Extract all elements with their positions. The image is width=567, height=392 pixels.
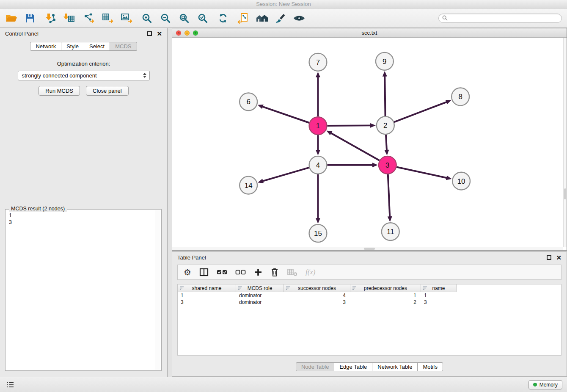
node-3[interactable]: 3 bbox=[379, 156, 396, 174]
delete-table-button[interactable] bbox=[287, 268, 297, 276]
add-column-button[interactable] bbox=[254, 268, 262, 276]
tab-network[interactable]: Network bbox=[30, 42, 61, 51]
tab-select[interactable]: Select bbox=[84, 42, 110, 51]
node-label: 3 bbox=[385, 161, 389, 169]
tab-motifs[interactable]: Motifs bbox=[418, 362, 443, 371]
save-session-button[interactable] bbox=[24, 12, 36, 24]
window-minimize-icon[interactable] bbox=[184, 30, 190, 36]
edge-3-1[interactable] bbox=[326, 130, 379, 160]
save-floppy-icon bbox=[25, 13, 36, 24]
float-table-panel-icon[interactable] bbox=[547, 255, 551, 260]
tab-network-table[interactable]: Network Table bbox=[372, 362, 418, 371]
column-header-mcds-role[interactable]: MCDS role bbox=[236, 284, 284, 292]
open-file-button[interactable] bbox=[5, 12, 18, 24]
select-all-button[interactable] bbox=[217, 269, 227, 275]
toggle-panel-button[interactable] bbox=[199, 268, 209, 276]
node-8[interactable]: 8 bbox=[451, 88, 469, 106]
close-panel-button[interactable]: Close panel bbox=[86, 86, 129, 96]
node-15[interactable]: 15 bbox=[309, 224, 327, 242]
network-window-titlebar[interactable]: scc.txt bbox=[172, 28, 567, 38]
task-history-button[interactable] bbox=[5, 380, 16, 390]
network-vertical-scrollbar[interactable] bbox=[563, 38, 567, 247]
node-7[interactable]: 7 bbox=[309, 53, 327, 71]
zoom-fit-button[interactable] bbox=[178, 12, 190, 24]
search-field[interactable] bbox=[438, 14, 562, 23]
tab-edge-table[interactable]: Edge Table bbox=[334, 362, 372, 371]
edge-1-4[interactable] bbox=[316, 135, 320, 155]
column-header-shared-name[interactable]: shared name bbox=[178, 284, 236, 292]
edge-4-3[interactable] bbox=[327, 163, 378, 167]
export-network-icon bbox=[83, 13, 95, 24]
column-header-name[interactable]: name bbox=[421, 284, 457, 292]
edge-1-7[interactable] bbox=[316, 72, 320, 117]
node-4[interactable]: 4 bbox=[309, 156, 327, 174]
function-builder-button[interactable]: f(x) bbox=[306, 268, 316, 276]
edge-3-10[interactable] bbox=[396, 167, 451, 180]
tab-node-table[interactable]: Node Table bbox=[296, 362, 335, 371]
float-panel-icon[interactable] bbox=[147, 31, 152, 36]
edge-2-9[interactable] bbox=[383, 71, 387, 116]
export-image-icon bbox=[121, 13, 132, 24]
node-10[interactable]: 10 bbox=[452, 172, 470, 190]
search-input[interactable] bbox=[450, 15, 558, 21]
export-table-button[interactable] bbox=[102, 12, 114, 24]
edge-2-3[interactable] bbox=[384, 135, 389, 155]
table-toolbar: ⚙ f(x) bbox=[177, 265, 561, 280]
table-row[interactable]: 3dominator323 bbox=[178, 299, 561, 306]
delete-column-button[interactable] bbox=[270, 268, 279, 277]
column-header-successor-nodes[interactable]: successor nodes bbox=[284, 284, 350, 292]
table-panel-title: Table Panel bbox=[177, 254, 206, 261]
edge-arrowhead-icon bbox=[258, 179, 264, 183]
edge-2-8[interactable] bbox=[394, 100, 451, 122]
run-mcds-button[interactable]: Run MCDS bbox=[39, 86, 80, 96]
column-header-predecessor-nodes[interactable]: predecessor nodes bbox=[350, 284, 421, 292]
edge-1-2[interactable] bbox=[327, 123, 376, 128]
window-zoom-icon[interactable] bbox=[193, 30, 198, 36]
network-canvas[interactable]: 7968124314101511 bbox=[172, 38, 563, 247]
table-cell: 1 bbox=[178, 293, 236, 298]
node-2[interactable]: 2 bbox=[377, 116, 394, 134]
new-network-from-selection-button[interactable] bbox=[237, 12, 250, 24]
memory-button[interactable]: Memory bbox=[528, 380, 562, 389]
column-settings-button[interactable]: ⚙ bbox=[184, 268, 191, 276]
zoom-selected-button[interactable] bbox=[196, 12, 209, 24]
export-network-button[interactable] bbox=[83, 12, 96, 24]
close-panel-icon[interactable]: ✕ bbox=[157, 30, 162, 37]
sort-icon bbox=[352, 286, 357, 290]
status-bar: Memory bbox=[0, 377, 567, 392]
node-1[interactable]: 1 bbox=[309, 117, 327, 135]
edge-1-6[interactable] bbox=[258, 105, 309, 123]
show-graphics-details-button[interactable] bbox=[293, 12, 306, 24]
node-table: shared nameMCDS rolesuccessor nodesprede… bbox=[177, 284, 561, 356]
node-6[interactable]: 6 bbox=[239, 93, 257, 110]
table-row[interactable]: 1dominator411 bbox=[178, 292, 561, 299]
import-table-button[interactable] bbox=[63, 12, 75, 24]
table-cell: 1 bbox=[421, 293, 457, 298]
unchecked-boxes-icon bbox=[235, 269, 246, 275]
import-network-button[interactable] bbox=[44, 12, 57, 24]
export-image-button[interactable] bbox=[120, 12, 133, 24]
edge-4-14[interactable] bbox=[258, 168, 309, 183]
tab-style[interactable]: Style bbox=[61, 42, 84, 51]
optimization-criterion-dropdown[interactable]: strongly connected component bbox=[18, 71, 150, 80]
zoom-out-icon bbox=[160, 13, 171, 24]
window-close-icon[interactable] bbox=[176, 30, 181, 36]
node-11[interactable]: 11 bbox=[382, 223, 399, 240]
first-neighbors-button[interactable] bbox=[256, 12, 268, 24]
zoom-out-button[interactable] bbox=[159, 12, 172, 24]
tab-mcds[interactable]: MCDS bbox=[110, 42, 137, 51]
network-horizontal-scrollbar[interactable] bbox=[172, 247, 563, 250]
node-label: 6 bbox=[246, 98, 250, 106]
network-document-icon bbox=[237, 13, 249, 24]
table-cell: 2 bbox=[350, 299, 421, 305]
close-table-panel-icon[interactable]: ✕ bbox=[556, 254, 561, 261]
node-9[interactable]: 9 bbox=[376, 52, 394, 70]
deselect-all-button[interactable] bbox=[235, 269, 246, 275]
apply-style-button[interactable] bbox=[274, 12, 287, 24]
edge-4-15[interactable] bbox=[316, 174, 320, 224]
edge-3-11[interactable] bbox=[388, 174, 392, 222]
zoom-in-button[interactable] bbox=[140, 12, 153, 24]
node-14[interactable]: 14 bbox=[239, 177, 257, 194]
refresh-view-button[interactable] bbox=[217, 12, 229, 24]
mcds-result-scrollbar[interactable] bbox=[155, 210, 160, 370]
